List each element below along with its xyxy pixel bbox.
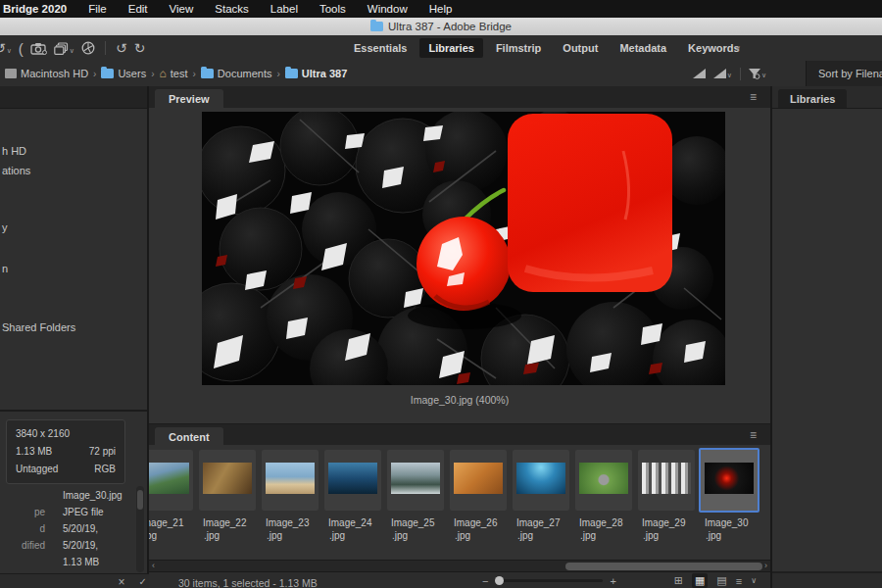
metadata-row: d5/20/19, <box>0 523 147 540</box>
workspace-chevron-icon[interactable]: ∨ <box>735 44 741 53</box>
view-details-icon[interactable]: ▤ <box>716 574 726 587</box>
preview-panel-menu-icon[interactable]: ≡ <box>750 90 757 104</box>
thumb-larger-icon[interactable]: + <box>610 575 615 587</box>
metadata-apply-icon[interactable]: ✓ <box>139 576 147 587</box>
boomerang-icon[interactable]: ↺∨ <box>0 41 12 55</box>
tab-content[interactable]: Content <box>155 427 223 446</box>
rotate-right-icon[interactable]: ↻ <box>134 41 146 55</box>
menu-bar: Bridge 2020FileEditViewStacksLabelToolsW… <box>0 0 882 18</box>
thumbnail-image_26[interactable] <box>450 450 507 511</box>
home-icon: ⌂ <box>160 68 167 79</box>
camera-download-icon[interactable] <box>30 42 47 55</box>
breadcrumb-item-users[interactable]: Users <box>101 68 146 79</box>
metadata-cancel-icon[interactable]: × <box>119 575 125 588</box>
status-text: 30 items, 1 selected - 1.13 MB <box>178 577 318 588</box>
toolbar-divider <box>105 41 106 55</box>
path-bar: Macintosh HD›Users›⌂test›Documents›Ultra… <box>0 61 882 87</box>
preview-caption: Image_30.jpg (400%) <box>149 394 770 406</box>
panel-divider[interactable] <box>0 410 147 412</box>
workspace-tab-essentials[interactable]: Essentials <box>345 38 416 58</box>
scroll-right-icon[interactable]: › <box>764 561 767 570</box>
menu-item-file[interactable]: File <box>77 3 118 15</box>
menu-item-stacks[interactable]: Stacks <box>204 3 260 15</box>
folder-tree-item[interactable]: Shared Folders <box>2 321 75 333</box>
breadcrumb-separator: › <box>192 69 195 79</box>
metadata-list: Image_30.jpgpeJPEG filed5/20/19,dified5/… <box>0 490 147 573</box>
libraries-panel-header: Libraries <box>772 86 882 109</box>
folder-tree-item[interactable]: y <box>2 221 8 233</box>
folder-tree-item[interactable]: n <box>2 263 8 274</box>
view-grid-icon[interactable]: ⊞ <box>674 574 683 587</box>
camera-raw-icon[interactable] <box>81 41 95 55</box>
workspace-tab-metadata[interactable]: Metadata <box>611 38 675 58</box>
status-bar: 30 items, 1 selected - 1.13 MB − + ⊞ ▦ ▤… <box>149 571 770 588</box>
content-panel-menu-icon[interactable]: ≡ <box>750 428 757 442</box>
slider-knob[interactable] <box>495 576 504 585</box>
left-panel: h HDationsynShared Folders 3840 x 2160 1… <box>0 86 149 588</box>
refine-icon[interactable]: ∨ <box>54 42 74 55</box>
filter-funnel-icon[interactable]: ∨ <box>749 69 766 79</box>
thumbnail-image_22[interactable] <box>199 450 256 511</box>
rotate-left-icon[interactable]: ↺ <box>116 41 127 55</box>
thumbnail-image_27[interactable] <box>513 450 569 511</box>
metadata-value: 5/20/19, <box>63 523 98 534</box>
metadata-scrollbar-thumb[interactable] <box>137 490 143 510</box>
breadcrumb: Macintosh HD›Users›⌂test›Documents›Ultra… <box>5 61 347 86</box>
menu-item-tools[interactable]: Tools <box>309 3 357 15</box>
thumbnail-image_25[interactable] <box>387 450 444 511</box>
thumbnail-image_28[interactable] <box>575 450 632 511</box>
thumbnail-extension: .jpg <box>706 530 721 541</box>
thumbnail-filename: Image_24 <box>328 517 371 528</box>
hscrollbar-thumb[interactable] <box>565 563 762 570</box>
thumbnail-image_30[interactable] <box>699 448 760 513</box>
right-panel: Libraries <box>770 86 882 588</box>
thumbnail-image <box>391 463 440 494</box>
metadata-label: dified <box>22 540 45 551</box>
workspace-switcher: EssentialsLibrariesFilmstripOutputMetada… <box>345 35 749 61</box>
thumbnail-filename: Image_22 <box>203 517 246 528</box>
back-arc-icon[interactable]: ( <box>19 41 24 56</box>
folder-icon <box>370 22 383 31</box>
breadcrumb-separator: › <box>93 69 96 79</box>
folder-tree-item[interactable]: ations <box>2 165 30 176</box>
folder-icon <box>101 69 114 78</box>
breadcrumb-item-macintosh-hd[interactable]: Macintosh HD <box>5 68 88 79</box>
thumbnail-extension: .jpg <box>204 530 220 541</box>
menu-item-help[interactable]: Help <box>418 3 464 15</box>
breadcrumb-item-test[interactable]: ⌂test <box>160 68 188 79</box>
preview-panel-header: Preview ≡ <box>149 86 770 109</box>
view-thumbnails-icon[interactable]: ▦ <box>692 573 708 588</box>
preview-image[interactable] <box>202 112 725 385</box>
libraries-panel-footer <box>772 573 882 588</box>
drive-icon <box>5 69 17 78</box>
rating-ramp-menu-icon[interactable]: ∨ <box>713 69 732 78</box>
metadata-row: 1.13 MB <box>0 557 147 573</box>
thumbnail-size-slider[interactable] <box>495 579 603 582</box>
menu-item-view[interactable]: View <box>159 3 205 15</box>
menu-item-label[interactable]: Label <box>260 3 309 15</box>
thumbnail-image_29[interactable] <box>638 450 695 511</box>
thumb-smaller-icon[interactable]: − <box>482 575 488 587</box>
scroll-left-icon[interactable]: ‹ <box>152 561 155 570</box>
menu-item-bridge-2020[interactable]: Bridge 2020 <box>0 3 77 15</box>
breadcrumb-item-documents[interactable]: Documents <box>201 68 272 79</box>
thumbnail-image_24[interactable] <box>324 450 381 511</box>
menu-item-window[interactable]: Window <box>357 3 418 15</box>
tab-preview[interactable]: Preview <box>155 89 223 108</box>
window-title: Ultra 387 - Adobe Bridge <box>388 21 512 32</box>
menu-item-edit[interactable]: Edit <box>118 3 159 15</box>
breadcrumb-item-ultra-387[interactable]: Ultra 387 <box>285 68 347 79</box>
workspace-tab-output[interactable]: Output <box>554 38 607 58</box>
workspace-tab-filmstrip[interactable]: Filmstrip <box>487 38 550 58</box>
thumbnail-image_23[interactable] <box>262 450 318 511</box>
metadata-label: d <box>39 523 45 534</box>
sort-menu[interactable]: Sort by Filenam <box>806 61 882 86</box>
folder-tree-item[interactable]: h HD <box>2 145 26 157</box>
view-chevron-icon[interactable]: ∨ <box>751 576 757 585</box>
tab-libraries[interactable]: Libraries <box>778 89 847 108</box>
thumbnail-image_21[interactable] <box>149 450 193 511</box>
rating-ramp-icon[interactable] <box>693 69 706 78</box>
workspace-tab-libraries[interactable]: Libraries <box>419 38 482 58</box>
view-list-icon[interactable]: ≡ <box>736 575 742 587</box>
window-title-bar[interactable]: Ultra 387 - Adobe Bridge <box>0 18 882 36</box>
